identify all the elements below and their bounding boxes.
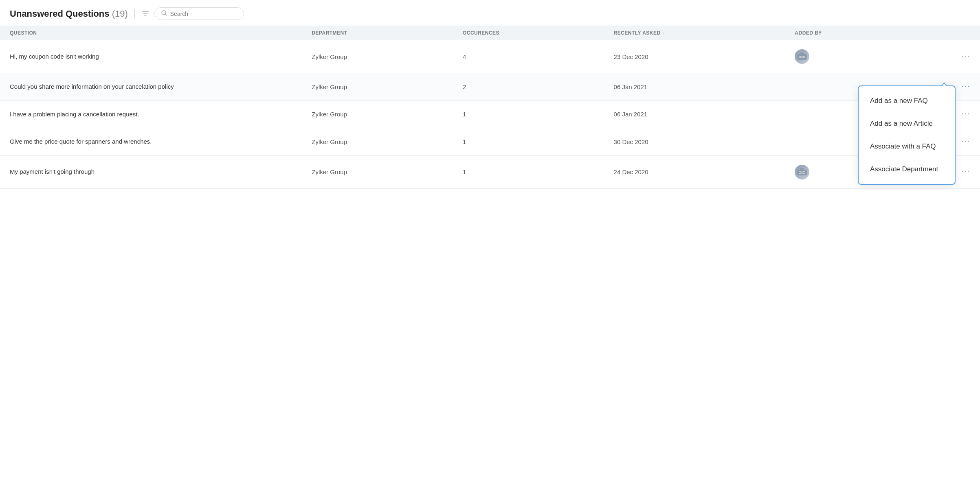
added-by-avatar	[795, 49, 946, 64]
context-menu: Add as a new FAQ Add as a new Article As…	[858, 85, 956, 185]
more-options-button[interactable]: ···	[962, 83, 970, 91]
recently-asked-value: 06 Jan 2021	[614, 83, 795, 90]
table-row: My payment isn't going through Zylker Gr…	[0, 156, 980, 189]
title-text: Unanswered Questions	[10, 9, 110, 19]
col-header-actions	[946, 30, 970, 36]
recently-asked-value: 30 Dec 2020	[614, 138, 795, 145]
row-actions: ··· Add as a new FAQ Add as a new Articl…	[946, 83, 970, 91]
col-header-occurrences[interactable]: OCCURENCES ↕	[463, 30, 614, 36]
table-row: Could you share more information on your…	[0, 73, 980, 101]
bot-avatar	[795, 49, 809, 64]
svg-rect-8	[801, 56, 803, 58]
table-header: QUESTION DEPARTMENT OCCURENCES ↕ RECENTL…	[0, 26, 980, 40]
department-text: Zylker Group	[312, 168, 463, 175]
table-row: Give me the price quote for spanners and…	[0, 128, 980, 156]
department-text: Zylker Group	[312, 53, 463, 60]
department-text: Zylker Group	[312, 138, 463, 145]
svg-line-4	[165, 14, 167, 15]
svg-point-9	[800, 57, 801, 58]
table-row: I have a problem placing a cancellation …	[0, 101, 980, 129]
question-text: I have a problem placing a cancellation …	[10, 110, 312, 119]
question-text: Give me the price quote for spanners and…	[10, 137, 312, 146]
occurrences-value: 1	[463, 138, 614, 145]
sort-arrows-recently-asked: ↕	[662, 31, 664, 35]
more-options-button[interactable]: ···	[962, 168, 970, 176]
svg-point-16	[800, 172, 801, 173]
questions-table: QUESTION DEPARTMENT OCCURENCES ↕ RECENTL…	[0, 26, 980, 189]
col-header-added-by: ADDED BY	[795, 30, 946, 36]
recently-asked-value: 24 Dec 2020	[614, 168, 795, 175]
search-input[interactable]	[170, 11, 237, 17]
associate-department-item[interactable]: Associate Department	[859, 158, 955, 181]
search-box[interactable]	[154, 7, 244, 20]
svg-rect-18	[800, 168, 804, 170]
question-count: (19)	[112, 9, 128, 19]
bot-avatar	[795, 165, 809, 179]
filter-icon[interactable]	[141, 10, 149, 17]
search-icon	[161, 10, 167, 17]
col-header-department: DEPARTMENT	[312, 30, 463, 36]
col-header-question: QUESTION	[10, 30, 312, 36]
department-text: Zylker Group	[312, 83, 463, 90]
question-text: Could you share more information on your…	[10, 82, 312, 92]
add-as-faq-item[interactable]: Add as a new FAQ	[859, 90, 955, 112]
svg-rect-11	[800, 52, 804, 55]
occurrences-value: 1	[463, 168, 614, 175]
svg-point-10	[804, 57, 805, 58]
question-text: Hi, my coupon code isn't working	[10, 52, 312, 61]
question-text: My payment isn't going through	[10, 167, 312, 177]
more-options-button[interactable]: ···	[962, 110, 970, 118]
more-options-button[interactable]: ···	[962, 138, 970, 146]
page-title: Unanswered Questions (19)	[10, 9, 128, 19]
occurrences-value: 2	[463, 83, 614, 90]
occurrences-value: 1	[463, 111, 614, 118]
svg-point-17	[804, 172, 805, 173]
add-as-article-item[interactable]: Add as a new Article	[859, 112, 955, 135]
vertical-divider	[134, 9, 135, 18]
page-header: Unanswered Questions (19)	[0, 0, 980, 26]
more-options-button[interactable]: ···	[962, 52, 970, 61]
occurrences-value: 4	[463, 53, 614, 60]
associate-faq-item[interactable]: Associate with a FAQ	[859, 135, 955, 158]
sort-arrows-occurrences: ↕	[501, 31, 503, 35]
recently-asked-value: 06 Jan 2021	[614, 111, 795, 118]
col-header-recently-asked[interactable]: RECENTLY ASKED ↕	[614, 30, 795, 36]
recently-asked-value: 23 Dec 2020	[614, 53, 795, 60]
row-actions: ···	[946, 52, 970, 61]
table-row: Hi, my coupon code isn't working Zylker …	[0, 40, 980, 73]
department-text: Zylker Group	[312, 111, 463, 118]
svg-rect-15	[801, 171, 803, 174]
